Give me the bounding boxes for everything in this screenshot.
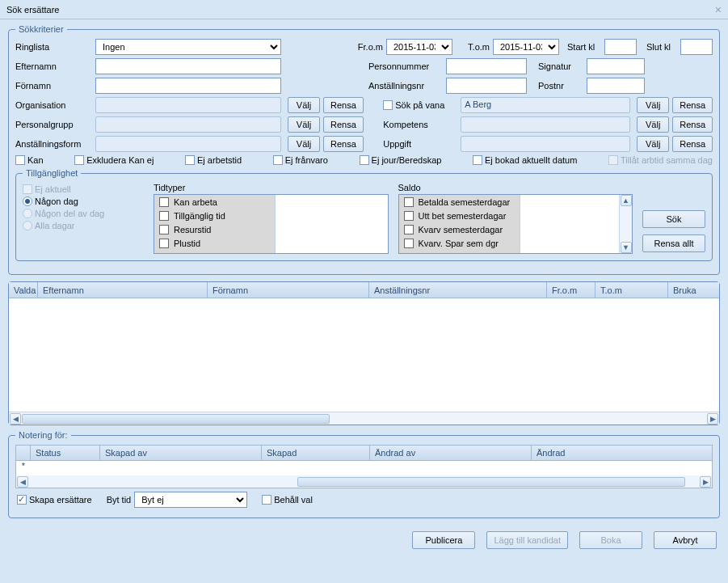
tidtyper-listbox[interactable]: Kan arbeta Tillgänglig tid Resurstid Plu… [154, 194, 389, 254]
checkbox-icon[interactable] [159, 239, 169, 248]
scroll-left-icon[interactable]: ◀ [17, 476, 28, 488]
checkbox-icon[interactable] [404, 225, 414, 234]
checkbox-icon[interactable] [404, 211, 414, 221]
rensaallt-button[interactable]: Rensa allt [642, 234, 705, 252]
list-item: Tillgänglig tid [154, 209, 275, 222]
publicera-button[interactable]: Publicera [412, 531, 475, 549]
col-valda[interactable]: Valda [9, 282, 38, 298]
checkbox-icon[interactable] [404, 239, 414, 248]
col-skapad[interactable]: Skapad [262, 446, 370, 460]
col-fornamn[interactable]: Förnamn [208, 282, 369, 298]
saldo-listbox[interactable]: Betalda semesterdagar Utt bet semesterda… [398, 194, 633, 254]
checkbox-icon[interactable] [159, 211, 169, 221]
row-marker-icon: * [16, 461, 31, 475]
signatur-input[interactable] [587, 58, 645, 74]
scrollbar[interactable]: ▲ ▼ [619, 195, 632, 253]
close-icon[interactable]: × [715, 0, 722, 19]
boka-button: Boka [579, 531, 642, 549]
postnr-input[interactable] [587, 78, 645, 94]
kompetens-label: Kompetens [383, 120, 457, 129]
ejarbetstid-checkbox[interactable]: Ej arbetstid [185, 155, 242, 165]
fornamn-input[interactable] [95, 78, 281, 94]
postnr-label: Postnr [538, 81, 583, 91]
sokpavana-label: Sök på vana [395, 100, 444, 110]
notering-body: * [15, 461, 713, 475]
col-from[interactable]: Fr.o.m [547, 282, 595, 298]
startkl-input[interactable] [604, 39, 637, 55]
tillat-checkbox: Tillåt arbtid samma dag [608, 155, 713, 165]
nagondag-radio[interactable]: Någon dag [23, 196, 144, 206]
checkbox-icon[interactable] [404, 197, 414, 207]
personalgrupp-valj-button[interactable]: Välj [288, 116, 320, 133]
kan-checkbox[interactable]: Kan [15, 155, 44, 165]
list-item: Utt bet semesterdagar [399, 209, 520, 222]
col-status[interactable]: Status [31, 446, 100, 460]
results-hscroll[interactable]: ◀ ▶ [9, 412, 719, 425]
ejbokad-checkbox[interactable]: Ej bokad aktuellt datum [473, 155, 577, 165]
anstallningsnr-label: Anställningsnr [368, 81, 443, 91]
byttid-select[interactable]: Byt ej [134, 492, 247, 508]
signatur-label: Signatur [538, 61, 583, 71]
checkbox-icon[interactable] [159, 197, 169, 207]
ejjour-checkbox[interactable]: Ej jour/Beredskap [360, 155, 442, 165]
col-anstnr[interactable]: Anställningsnr [369, 282, 547, 298]
efternamn-label: Efternamn [15, 61, 92, 71]
slutkl-label: Slut kl [646, 42, 677, 52]
scroll-right-icon[interactable]: ▶ [700, 476, 711, 488]
uppgift-box [461, 136, 630, 152]
notering-hscroll[interactable]: ◀ ▶ [15, 475, 713, 488]
list-item: Kan arbeta [154, 195, 275, 209]
tom-date[interactable]: 2015-11-03 [493, 39, 559, 55]
col-tom[interactable]: T.o.m [595, 282, 668, 298]
sok-button[interactable]: Sök [642, 210, 705, 228]
personnummer-label: Personnummer [368, 61, 443, 71]
sokpavana-value: A Berg [461, 97, 630, 113]
avbryt-button[interactable]: Avbryt [654, 531, 717, 549]
uppgift-valj-button[interactable]: Välj [637, 136, 669, 152]
exkludera-checkbox[interactable]: Exkludera Kan ej [74, 155, 154, 165]
ejaktuell-checkbox: Ej aktuell [23, 184, 144, 194]
anstallningsform-rensa-button[interactable]: Rensa [323, 136, 364, 152]
criteria-legend: Sökkriterier [15, 24, 67, 34]
ejfranvaro-checkbox[interactable]: Ej frånvaro [273, 155, 328, 165]
kompetens-valj-button[interactable]: Välj [637, 116, 669, 133]
slutkl-input[interactable] [680, 39, 713, 55]
window-title: Sök ersättare [6, 0, 59, 19]
col-bruka[interactable]: Bruka [668, 282, 719, 298]
organisation-rensa-button[interactable]: Rensa [323, 97, 364, 113]
byttid-label: Byt tid [107, 495, 132, 505]
sokpavana-valj-button[interactable]: Välj [637, 97, 669, 113]
efternamn-input[interactable] [95, 58, 281, 74]
anstallningsnr-input[interactable] [446, 78, 527, 94]
sokpavana-checkbox[interactable]: Sök på vana [383, 100, 457, 110]
uppgift-rensa-button[interactable]: Rensa [672, 136, 713, 152]
col-andradav[interactable]: Ändrad av [370, 446, 532, 460]
col-andrad[interactable]: Ändrad [532, 446, 712, 460]
col-marker [16, 446, 31, 460]
personalgrupp-label: Personalgrupp [15, 120, 92, 129]
list-item: Kvarv semesterdagar [399, 222, 520, 236]
sokpavana-rensa-button[interactable]: Rensa [672, 97, 713, 113]
personalgrupp-rensa-button[interactable]: Rensa [323, 116, 364, 133]
ringlista-select[interactable]: Ingen [95, 39, 281, 55]
ringlista-label: Ringlista [15, 42, 92, 52]
col-skapadav[interactable]: Skapad av [100, 446, 262, 460]
list-item: Resurstid [154, 222, 275, 236]
laggtillkandidat-button: Lägg till kandidat [486, 531, 568, 549]
availability-legend: Tillgänglighet [23, 168, 81, 178]
personnummer-input[interactable] [446, 58, 527, 74]
skapaersattare-checkbox[interactable]: Skapa ersättare [17, 495, 92, 505]
scroll-down-icon[interactable]: ▼ [621, 242, 632, 253]
anstallningsform-valj-button[interactable]: Välj [288, 136, 320, 152]
scroll-left-icon[interactable]: ◀ [10, 413, 21, 425]
scroll-up-icon[interactable]: ▲ [621, 195, 632, 206]
from-date[interactable]: 2015-11-03 [386, 39, 452, 55]
col-efternamn[interactable]: Efternamn [38, 282, 208, 298]
list-item: Betalda semesterdagar [399, 195, 520, 209]
from-label: Fr.o.m [351, 42, 383, 52]
scroll-right-icon[interactable]: ▶ [707, 413, 718, 425]
organisation-valj-button[interactable]: Välj [288, 97, 320, 113]
checkbox-icon[interactable] [159, 225, 169, 234]
kompetens-rensa-button[interactable]: Rensa [672, 116, 713, 133]
behallval-checkbox[interactable]: Behåll val [262, 495, 313, 505]
